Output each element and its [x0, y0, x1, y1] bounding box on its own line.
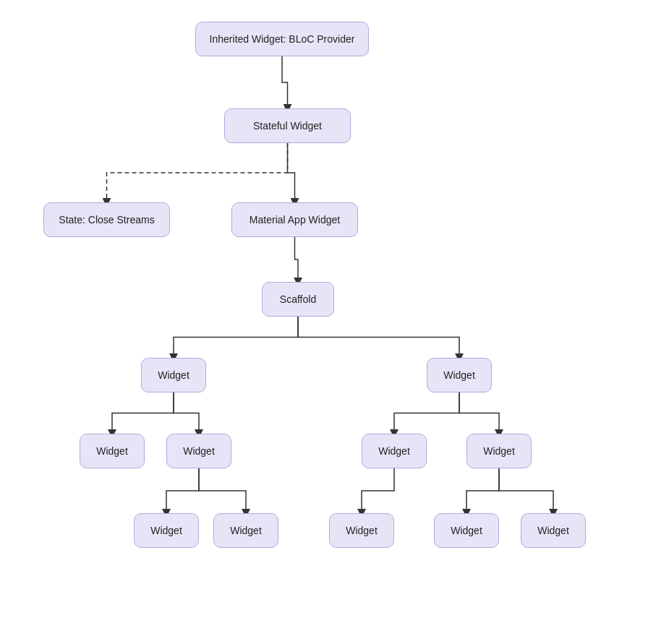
- node-widget_rl: Widget: [362, 434, 427, 468]
- node-material_app: Material App Widget: [231, 202, 358, 237]
- node-widget_left: Widget: [141, 358, 206, 392]
- node-widget_lrr: Widget: [213, 513, 278, 548]
- node-widget_rll: Widget: [329, 513, 394, 548]
- node-widget_ll: Widget: [80, 434, 145, 468]
- node-stateful_widget: Stateful Widget: [224, 108, 351, 143]
- node-widget_rrr: Widget: [521, 513, 586, 548]
- node-widget_lr: Widget: [166, 434, 231, 468]
- node-widget_right: Widget: [427, 358, 492, 392]
- diagram-container: Inherited Widget: BLoC ProviderStateful …: [0, 0, 669, 644]
- node-widget_lrl: Widget: [134, 513, 199, 548]
- node-inherited_widget: Inherited Widget: BLoC Provider: [195, 22, 369, 56]
- node-widget_rr: Widget: [466, 434, 532, 468]
- node-scaffold: Scaffold: [262, 282, 334, 317]
- node-state_close: State: Close Streams: [43, 202, 170, 237]
- node-widget_rrl: Widget: [434, 513, 499, 548]
